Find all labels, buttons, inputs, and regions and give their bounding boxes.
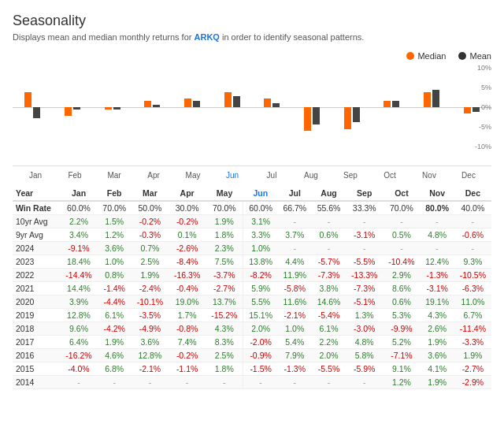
legend-mean: Mean: [458, 51, 491, 61]
col-header-feb: Feb: [98, 186, 132, 201]
cell: 3.6%: [132, 336, 169, 349]
cell: -: [421, 215, 454, 229]
cell: 9.6%: [60, 322, 97, 336]
ticker-link[interactable]: ARKQ: [195, 32, 220, 42]
chart-legend: Median Mean: [13, 51, 491, 61]
cell: -2.7%: [454, 362, 491, 376]
cell: 1.5%: [98, 215, 132, 229]
cell: 4.3%: [206, 322, 243, 336]
median-bar: [304, 107, 311, 131]
col-header-jan: Jan: [60, 186, 97, 201]
mean-bar: [113, 107, 120, 110]
cell: 1.0%: [243, 242, 278, 255]
table-row: 10yr Avg2.2%1.5%-0.2%-0.2%1.9%3.1%------: [13, 215, 491, 229]
table-row: 9yr Avg3.4%1.2%-0.3%0.1%1.8%3.3%3.7%0.6%…: [13, 229, 491, 242]
table-row: 20203.9%-4.4%-10.1%19.0%13.7%5.5%11.6%14…: [13, 295, 491, 309]
cell: 1.9%: [98, 336, 132, 349]
mean-bar: [153, 105, 160, 107]
row-label: 2019: [13, 309, 60, 322]
cell: -2.1%: [132, 362, 169, 376]
table-row: 2015-4.0%6.8%-2.1%-1.1%1.8%-1.5%-1.3%-5.…: [13, 362, 491, 376]
median-bar: [24, 92, 32, 107]
mean-bar: [233, 96, 240, 107]
cell: -7.3%: [346, 282, 383, 295]
table-row: 2022-14.4%0.8%1.9%-16.3%-3.7%-8.2%11.9%-…: [13, 269, 491, 282]
cell: 2.0%: [243, 322, 278, 336]
cell: -3.0%: [346, 322, 383, 336]
cell: -3.3%: [454, 336, 491, 349]
cell: -1.3%: [278, 362, 312, 376]
cell: -0.2%: [169, 215, 206, 229]
cell: 3.6%: [98, 242, 132, 255]
x-axis: JanFebMarAprMayJunJulAugSepOctNovDec: [13, 169, 491, 180]
cell: 2.6%: [421, 322, 454, 336]
mean-bar: [313, 107, 320, 124]
bar-group-aug: [292, 64, 332, 150]
cell: 8.3%: [206, 336, 243, 349]
cell: 1.9%: [421, 336, 454, 349]
cell: -1.1%: [169, 362, 206, 376]
cell: 3.9%: [60, 295, 97, 309]
x-label-jun: Jun: [213, 171, 252, 180]
col-header-oct: Oct: [383, 186, 420, 201]
cell: 4.4%: [278, 255, 312, 269]
cell: 6.1%: [98, 309, 132, 322]
cell: 2.3%: [206, 242, 243, 255]
cell: 9.3%: [454, 255, 491, 269]
row-label: 2014: [13, 376, 60, 389]
col-header-year: Year: [13, 186, 60, 201]
cell: 1.7%: [169, 309, 206, 322]
cell: 19.0%: [169, 295, 206, 309]
cell: -: [278, 242, 312, 255]
cell: 4.3%: [421, 309, 454, 322]
cell: 5.8%: [346, 349, 383, 362]
row-label: 2022: [13, 269, 60, 282]
cell: 5.3%: [383, 309, 420, 322]
col-header-mar: Mar: [132, 186, 169, 201]
cell: -: [383, 242, 420, 255]
cell: -6.3%: [454, 282, 491, 295]
cell: -: [383, 215, 420, 229]
x-label-sep: Sep: [331, 171, 370, 180]
table-row: 202318.4%1.0%2.5%-8.4%7.5%13.8%4.4%-5.7%…: [13, 255, 491, 269]
cell: -9.1%: [60, 242, 97, 255]
cell: 4.1%: [421, 362, 454, 376]
cell: -: [346, 242, 383, 255]
cell: -9.9%: [383, 322, 420, 336]
cell: 8.6%: [383, 282, 420, 295]
cell: -5.4%: [312, 309, 346, 322]
cell: -: [60, 376, 97, 389]
cell: -: [312, 376, 346, 389]
cell: 40.0%: [454, 201, 491, 215]
cell: 12.4%: [421, 255, 454, 269]
cell: 1.3%: [346, 309, 383, 322]
cell: 2.2%: [312, 336, 346, 349]
cell: 66.7%: [278, 201, 312, 215]
cell: -: [346, 215, 383, 229]
col-header-dec: Dec: [454, 186, 491, 201]
cell: -: [346, 376, 383, 389]
cell: -5.5%: [312, 362, 346, 376]
median-bar: [224, 92, 232, 107]
cell: 11.6%: [278, 295, 312, 309]
cell: -: [98, 376, 132, 389]
cell: 1.8%: [206, 229, 243, 242]
cell: -8.4%: [169, 255, 206, 269]
median-label: Median: [417, 51, 446, 61]
cell: 70.0%: [98, 201, 132, 215]
cell: -11.4%: [454, 322, 491, 336]
row-label: 2021: [13, 282, 60, 295]
cell: 6.8%: [98, 362, 132, 376]
cell: 1.9%: [421, 376, 454, 389]
cell: 14.4%: [60, 282, 97, 295]
mean-label: Mean: [469, 51, 491, 61]
cell: -14.4%: [60, 269, 97, 282]
cell: 3.7%: [278, 229, 312, 242]
cell: 30.0%: [169, 201, 206, 215]
x-label-jan: Jan: [16, 171, 55, 180]
cell: -2.1%: [278, 309, 312, 322]
table-row: 201912.8%6.1%-3.5%1.7%-15.2%15.1%-2.1%-5…: [13, 309, 491, 322]
cell: -: [206, 376, 243, 389]
cell: -: [132, 376, 169, 389]
cell: -2.0%: [243, 336, 278, 349]
